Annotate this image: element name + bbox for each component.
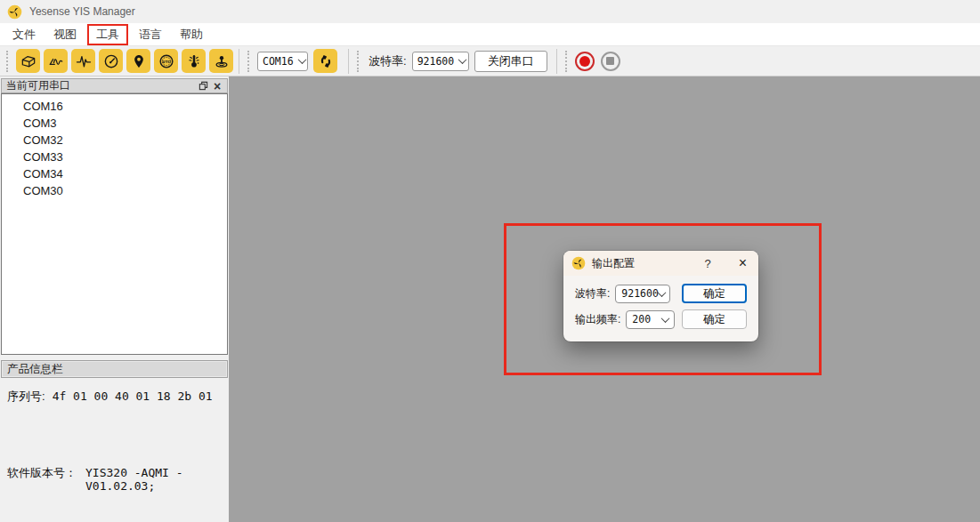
menu-language[interactable]: 语言 (130, 24, 171, 45)
serial-port-item[interactable]: COM33 (2, 149, 227, 165)
close-serial-button[interactable]: 关闭串口 (474, 51, 547, 72)
output-config-dialog: 输出配置 ? × 波特率: 921600 确定 输出频率: 200 确定 (563, 251, 758, 341)
toolbar-separator (348, 49, 349, 74)
serial-number-value: 4f 01 00 40 01 18 2b 01 (53, 389, 213, 403)
info-panel-header: 产品信息栏 (1, 360, 228, 378)
record-icon[interactable] (575, 52, 595, 71)
software-version-label: 软件版本号： (7, 465, 77, 481)
svg-text:UTC: UTC (162, 59, 170, 63)
product-info-area: 序列号: 4f 01 00 40 01 18 2b 01 软件版本号： YIS3… (0, 378, 229, 522)
chevron-down-icon (297, 55, 306, 64)
chevron-down-icon (661, 314, 670, 323)
menu-tools[interactable]: 工具 (87, 24, 128, 45)
baud-ok-button[interactable]: 确定 (682, 284, 747, 303)
ports-panel-title: 当前可用串口 (6, 78, 70, 93)
output-rate-row: 输出频率: 200 确定 (575, 309, 747, 329)
menu-bar: 文件 视图 工具 语言 帮助 (0, 23, 980, 46)
dialog-output-rate-select[interactable]: 200 (626, 310, 675, 329)
baud-rate-row: 波特率: 921600 确定 (575, 284, 747, 303)
3d-box-icon[interactable] (16, 49, 40, 73)
left-dock-panel: 当前可用串口 × COM16COM3COM32COM33COM34COM30 产… (0, 76, 229, 522)
ports-panel-header: 当前可用串口 × (1, 78, 228, 93)
body-area: 当前可用串口 × COM16COM3COM32COM33COM34COM30 产… (0, 76, 980, 522)
software-version-line: 软件版本号： YIS320 -AQMI -V01.02.03; (7, 465, 229, 493)
serial-port-item[interactable]: COM32 (2, 132, 227, 149)
menu-file[interactable]: 文件 (4, 24, 45, 45)
serial-port-item[interactable]: COM30 (2, 182, 227, 199)
baud-rate-label: 波特率: (369, 53, 407, 69)
toolbar-separator (556, 49, 557, 74)
baud-rate-select[interactable]: 921600 (412, 52, 469, 71)
software-version-value: YIS320 -AQMI -V01.02.03; (85, 466, 229, 493)
dialog-close-icon[interactable]: × (736, 256, 749, 270)
serial-port-item[interactable]: COM16 (2, 98, 227, 115)
temperature-icon[interactable] (182, 49, 206, 73)
toolbar-separator (239, 49, 239, 74)
title-bar: Yesense YIS Manager (0, 0, 980, 23)
stop-icon[interactable] (601, 52, 620, 71)
dialog-baud-label: 波特率: (575, 286, 610, 301)
serial-port-item[interactable]: COM3 (2, 115, 227, 132)
utc-clock-icon[interactable]: UTC (154, 49, 178, 73)
output-rate-ok-button[interactable]: 确定 (682, 309, 747, 329)
joystick-icon[interactable] (209, 49, 233, 73)
chevron-down-icon (458, 55, 467, 64)
stop-square (606, 57, 614, 65)
info-panel-title: 产品信息栏 (7, 362, 63, 377)
float-panel-icon[interactable] (196, 80, 210, 92)
port-select-value: COM16 (263, 55, 294, 68)
dialog-title: 输出配置 (592, 256, 635, 271)
dialog-output-rate-value: 200 (632, 313, 651, 325)
gauge-icon[interactable] (99, 49, 123, 73)
location-pin-icon[interactable] (126, 49, 150, 73)
port-select[interactable]: COM16 (257, 52, 308, 71)
angle-wave-icon[interactable] (44, 49, 68, 73)
dialog-output-rate-label: 输出频率: (575, 312, 620, 327)
dialog-title-bar: 输出配置 ? × (563, 251, 758, 276)
window-title: Yesense YIS Manager (29, 5, 135, 18)
toolbar-grip[interactable] (247, 51, 253, 72)
serial-number-line: 序列号: 4f 01 00 40 01 18 2b 01 (7, 389, 229, 405)
serial-port-list: COM16COM3COM32COM33COM34COM30 (1, 93, 228, 355)
dialog-logo-icon (571, 256, 586, 270)
toolbar-grip[interactable] (6, 51, 12, 72)
close-panel-icon[interactable]: × (210, 80, 224, 92)
refresh-ports-icon[interactable] (313, 49, 337, 73)
baud-rate-value: 921600 (417, 55, 455, 68)
serial-number-label: 序列号: (7, 389, 45, 405)
dialog-baud-value: 921600 (621, 287, 659, 300)
dialog-baud-select[interactable]: 921600 (615, 285, 670, 303)
serial-port-item[interactable]: COM34 (2, 165, 227, 182)
record-dot (579, 56, 590, 67)
menu-view[interactable]: 视图 (45, 24, 85, 45)
toolbar-grip[interactable] (565, 51, 571, 72)
toolbar: UTC COM16 (0, 46, 980, 76)
app-logo-icon (7, 4, 22, 20)
toolbar-grip[interactable] (357, 51, 362, 72)
dialog-body: 波特率: 921600 确定 输出频率: 200 确定 (563, 276, 758, 329)
menu-help[interactable]: 帮助 (171, 24, 212, 45)
app-window: Yesense YIS Manager 文件 视图 工具 语言 帮助 (0, 0, 980, 522)
pulse-wave-icon[interactable] (71, 49, 95, 73)
dialog-help-button[interactable]: ? (701, 257, 714, 270)
